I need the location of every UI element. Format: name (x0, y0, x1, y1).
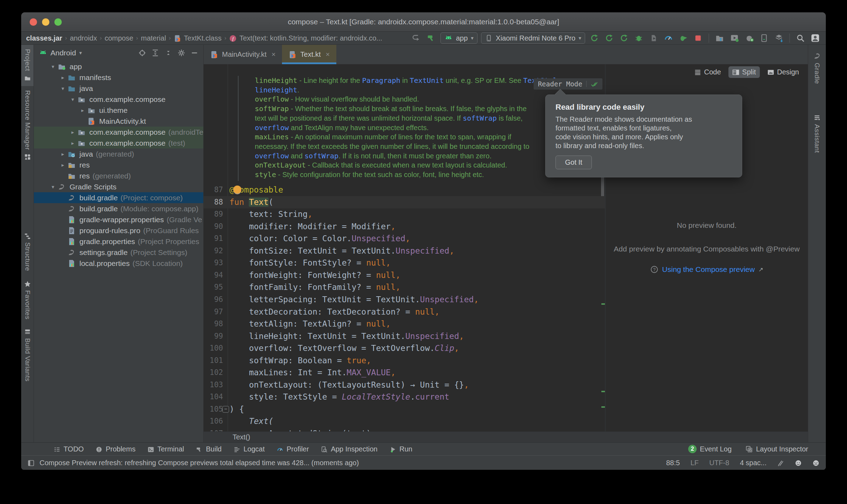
doc-line[interactable]: overflow - How visual overflow should be… (204, 95, 605, 104)
tree-item-gradle-scripts[interactable]: ▾Gradle Scripts (34, 181, 203, 192)
code-line-93[interactable]: 93 fontStyle: FontStyle? = null, (204, 257, 605, 269)
code-line-88[interactable]: 88fun Text( (204, 196, 605, 208)
line-number[interactable]: 96 (204, 293, 223, 305)
tool-stripe-button-favorites[interactable]: Favorites (21, 275, 34, 324)
editor-mode-design[interactable]: Design (763, 66, 803, 78)
code-line-98[interactable]: 98 textAlign: TextAlign? = null, (204, 318, 605, 330)
line-number[interactable]: 103 (204, 379, 223, 391)
tree-item-gradle-wrapper.properties[interactable]: gradle-wrapper.properties(Gradle Ve (34, 214, 203, 225)
editor-breadcrumb[interactable]: Text() (233, 433, 250, 441)
code-line-90[interactable]: 90 modifier: Modifier = Modifier, (204, 220, 605, 232)
code-line-87[interactable]: 87@Composable (204, 184, 605, 196)
chevron-right-icon[interactable]: ▸ (58, 162, 67, 168)
tree-item-com.example.compose[interactable]: ▾com.example.compose (34, 94, 203, 105)
expand-all-icon[interactable] (151, 49, 159, 57)
fold-marker[interactable]: − (222, 406, 229, 413)
indent-indicator[interactable]: 4 spac... (740, 459, 767, 467)
editor-mode-code[interactable]: Code (690, 66, 725, 78)
hide-icon[interactable] (191, 49, 198, 57)
debug-icon[interactable] (633, 33, 644, 43)
toolwindow-button-app-inspection[interactable]: App Inspection (321, 445, 377, 453)
tree-item-ui.theme[interactable]: ▸ui.theme (34, 105, 203, 116)
intention-bulb-icon[interactable] (233, 186, 241, 194)
avatar-icon[interactable] (810, 33, 821, 43)
breadcrumb-item[interactable]: compose (104, 34, 133, 42)
chevron-right-icon[interactable]: ▸ (58, 74, 67, 81)
collapse-all-icon[interactable] (164, 49, 172, 57)
chevron-down-icon[interactable]: ▾ (68, 96, 77, 103)
code-line-103[interactable]: 103 onTextLayout: (TextLayoutResult) → U… (204, 379, 605, 391)
toolwindow-button-problems[interactable]: Problems (96, 445, 135, 453)
device-manager-icon[interactable] (758, 33, 770, 43)
device-file-explorer-icon[interactable] (714, 33, 725, 43)
tree-item-com.example.compose[interactable]: ▸com.example.compose(test) (34, 138, 203, 148)
build-hammer-icon[interactable] (426, 33, 437, 43)
doc-line[interactable]: style - Style configuration for the text… (204, 170, 605, 180)
tool-stripe-button-resource-manager[interactable]: Resource Manager (21, 86, 34, 165)
chevron-down-icon[interactable]: ▾ (48, 184, 58, 190)
tool-stripe-button-gradle[interactable]: Gradle (808, 48, 826, 88)
line-number[interactable]: 95 (204, 281, 223, 293)
toolwindow-button-build[interactable]: Build (196, 445, 221, 453)
gradle-sync-icon[interactable] (744, 33, 755, 43)
tool-stripe-button-assistant[interactable]: Assistant (808, 109, 826, 157)
line-number[interactable]: 93 (204, 257, 223, 269)
reader-mode-toggle[interactable]: Reader Mode (534, 78, 602, 90)
code-line-107[interactable]: 107 AnnotatedString(text) (204, 427, 605, 431)
code-line-94[interactable]: 94 fontWeight: FontWeight? = null, (204, 269, 605, 281)
doc-line[interactable]: onTextLayout - Callback that is executed… (204, 160, 605, 170)
code-line-106[interactable]: 106 Text( (204, 415, 605, 427)
titlebar[interactable]: compose – Text.kt [Gradle: androidx.comp… (21, 12, 826, 32)
chevron-right-icon[interactable]: ▸ (68, 140, 77, 146)
line-number[interactable]: 98 (204, 318, 223, 330)
code-line-89[interactable]: 89 text: String, (204, 208, 605, 220)
line-number[interactable]: 92 (204, 245, 223, 257)
tree-item-settings.gradle[interactable]: settings.gradle(Project Settings) (34, 247, 203, 258)
toolwindow-button-layout-inspector[interactable]: Layout Inspector (746, 445, 808, 453)
caret-position[interactable]: 88:5 (666, 459, 680, 467)
project-view-selector[interactable]: Android (50, 49, 76, 57)
tree-item-proguard-rules.pro[interactable]: proguard-rules.pro(ProGuard Rules (34, 225, 203, 236)
doc-line[interactable]: overflow and softWrap. If it is not null… (204, 151, 605, 161)
highlight-pen-icon[interactable] (777, 459, 784, 467)
code-line-100[interactable]: 100 overflow: TextOverflow = TextOverflo… (204, 342, 605, 354)
breadcrumb-item[interactable]: fText(text: kotlin.String, modifier: and… (229, 34, 382, 42)
smile-icon[interactable] (795, 459, 802, 467)
code-line-99[interactable]: 99 lineHeight: TextUnit = TextUnit.Unspe… (204, 330, 605, 342)
line-number[interactable]: 104 (204, 391, 223, 403)
chevron-right-icon[interactable]: ▸ (78, 107, 87, 114)
tree-item-manifests[interactable]: ▸manifests (34, 72, 203, 83)
tree-item-build.gradle[interactable]: build.gradle(Project: compose) (34, 192, 203, 203)
apply-changes-icon[interactable] (678, 33, 689, 43)
editor-mode-split[interactable]: Split (728, 66, 760, 78)
tool-stripe-button-build-variants[interactable]: Build Variants (21, 323, 34, 386)
sdk-manager-icon[interactable] (773, 33, 785, 43)
apply-code-changes-icon[interactable] (603, 33, 615, 43)
line-number[interactable]: 97 (204, 306, 223, 318)
tree-item-local.properties[interactable]: local.properties(SDK Location) (34, 258, 203, 269)
doc-line[interactable]: maxLines - An optional maximum number of… (204, 132, 605, 142)
line-number[interactable]: 99 (204, 330, 223, 342)
code-line-102[interactable]: 102 maxLines: Int = Int.MAX_VALUE, (204, 366, 605, 378)
toolwindow-button-logcat[interactable]: Logcat (234, 445, 265, 453)
line-number[interactable]: 102 (204, 366, 223, 378)
editor-tab-text-kt[interactable]: Text.kt× (282, 45, 336, 64)
running-devices-icon[interactable] (729, 33, 740, 43)
tree-item-java[interactable]: ▾java (34, 83, 203, 94)
editor-tab-mainactivity-kt[interactable]: MainActivity.kt× (204, 45, 282, 64)
tree-item-mainactivity.kt[interactable]: MainActivity.kt (34, 116, 203, 127)
got-it-button[interactable]: Got It (555, 156, 592, 169)
tree-item-app[interactable]: ▾app (34, 61, 203, 72)
stop-icon[interactable] (692, 33, 704, 43)
close-icon[interactable]: × (326, 50, 330, 59)
breadcrumb-item[interactable]: androidx (70, 34, 97, 42)
doc-line[interactable]: overflow and TextAlign may have unexpect… (204, 123, 605, 133)
code-line-97[interactable]: 97 textDecoration: TextDecoration? = nul… (204, 306, 605, 318)
line-number[interactable]: 90 (204, 220, 223, 232)
toolwindow-button-todo[interactable]: TODO (54, 445, 84, 453)
chevron-down-icon[interactable]: ▾ (48, 63, 58, 70)
device-selector[interactable]: Xiaomi Redmi Note 6 Pro▾ (481, 32, 585, 44)
breadcrumb-item[interactable]: material (141, 34, 166, 42)
line-number[interactable]: 89 (204, 208, 223, 220)
encoding-indicator[interactable]: UTF-8 (709, 459, 729, 467)
